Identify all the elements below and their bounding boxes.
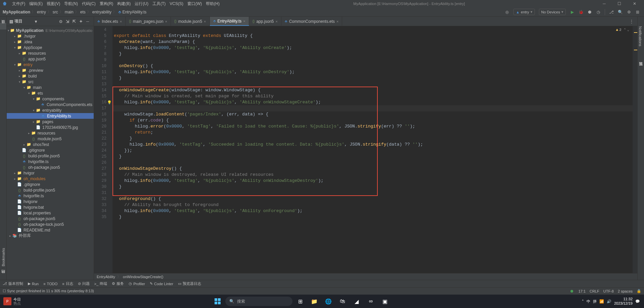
menu-item[interactable]: VCS(S) <box>168 1 185 6</box>
tree-item[interactable]: ⬘CommonComponents.ets <box>7 102 94 107</box>
bottom-tool-日志[interactable]: ≡日志 <box>62 281 73 286</box>
search-icon[interactable]: 🔍 <box>616 8 624 16</box>
debug-icon[interactable]: 🐞 <box>577 8 585 16</box>
edge-icon[interactable]: 🌐 <box>322 296 335 306</box>
close-tab-icon[interactable]: × <box>336 19 338 23</box>
tree-item[interactable]: {}oh-package-lock.json5 <box>7 221 94 227</box>
breadcrumb-item[interactable]: src <box>53 10 58 14</box>
tree-item[interactable]: {}module.json5 <box>7 136 94 142</box>
wifi-icon[interactable]: 📶 <box>599 299 604 304</box>
expand-all-icon[interactable]: ⇲ <box>64 18 71 25</box>
breadcrumb-item[interactable]: ⬘ EntryAbility.ts <box>118 10 146 14</box>
struct-crumb-item[interactable]: onWindowStageCreate() <box>123 275 163 279</box>
editor-body[interactable]: 45678910111213141516💡1718192021222324252… <box>94 26 637 273</box>
menu-item[interactable]: 代码(C) <box>80 1 98 6</box>
menu-item[interactable]: 重构(R) <box>98 1 116 6</box>
tree-item[interactable]: ▸📁resources <box>7 130 94 136</box>
tree-item[interactable]: ▾📁main <box>7 85 94 90</box>
close-button[interactable]: ✕ <box>627 1 642 6</box>
run-icon[interactable]: ▶ <box>568 8 576 16</box>
menu-item[interactable]: 文件(F) <box>10 1 27 6</box>
close-tab-icon[interactable]: × <box>204 19 206 23</box>
terminal-icon[interactable]: ▣ <box>378 296 391 306</box>
breadcrumb-item[interactable]: ets <box>80 10 86 14</box>
bottom-tool-Profiler[interactable]: ◷Profiler <box>129 281 145 286</box>
tree-item[interactable]: 📄1702344909275.jpg <box>7 124 94 130</box>
bottom-tool-终端[interactable]: >_终端 <box>94 281 107 286</box>
bottom-tool-服务[interactable]: ⚙服务 <box>112 281 124 286</box>
run-config-selector[interactable]: ▲entry▾ <box>513 9 535 15</box>
indent[interactable]: 2 spaces <box>618 289 633 293</box>
menu-item[interactable]: 编辑(E) <box>27 1 45 6</box>
tree-item[interactable]: ⬘hvigorfile.ts <box>7 159 94 164</box>
tree-item[interactable]: 📄.gitignore <box>7 147 94 153</box>
editor-tab[interactable]: {}module.json5× <box>171 17 210 26</box>
tree-item[interactable]: ▸📁ohosTest <box>7 142 94 147</box>
tree-external-libs[interactable]: ▸📚外部库 <box>7 233 94 239</box>
tree-item[interactable]: 📄local.properties <box>7 210 94 216</box>
bottom-tool-TODO[interactable]: ≡TODO <box>43 282 57 286</box>
error-stripe[interactable] <box>633 26 637 273</box>
collapse-all-icon[interactable]: ⇱ <box>71 18 78 25</box>
breadcrumb-item[interactable]: main <box>65 10 74 14</box>
bookmarks-tool-tab[interactable]: Bookmarks <box>1 245 6 270</box>
weather-widget[interactable]: 今日 热点 <box>13 297 21 305</box>
close-tab-icon[interactable]: × <box>165 19 167 23</box>
ime-mode[interactable]: 拼 <box>593 299 597 304</box>
tree-item[interactable]: 📄READEME.md <box>7 227 94 233</box>
notifications-tool-tab[interactable]: Notifications <box>638 23 643 50</box>
tree-item[interactable]: {}app.json5 <box>7 56 94 62</box>
project-tool-tab[interactable]: 项目 <box>0 23 6 30</box>
tree-item[interactable]: ▾📁AppScope <box>7 45 94 50</box>
bottom-tool-问题[interactable]: ⊘问题 <box>78 281 90 286</box>
menu-item[interactable]: 工具(T) <box>150 1 168 6</box>
start-button[interactable] <box>211 296 224 306</box>
breadcrumb-item[interactable]: entry <box>37 10 46 14</box>
menu-item[interactable]: 运行(U) <box>133 1 150 6</box>
coverage-icon[interactable]: ⬢ <box>586 8 593 16</box>
encoding[interactable]: UTF-8 <box>603 289 614 293</box>
menu-item[interactable]: 构建(B) <box>115 1 133 6</box>
tree-item[interactable]: ▸📁.preview <box>7 67 94 73</box>
taskbar-search[interactable]: 🔍 搜索 <box>225 297 292 306</box>
tree-item[interactable]: ▾📁src <box>7 79 94 85</box>
app-icon-1[interactable]: ◢ <box>350 296 363 306</box>
tree-item[interactable]: ▾📁entry <box>7 62 94 67</box>
breadcrumb-item[interactable]: MyApplication <box>3 10 30 14</box>
tree-item[interactable]: ▸📁pages <box>7 119 94 124</box>
minimize-button[interactable]: ─ <box>597 1 612 6</box>
task-view-icon[interactable]: ⊞ <box>294 296 307 306</box>
editor-tab[interactable]: {}main_pages.json× <box>126 17 171 26</box>
device-selector[interactable]: No Devices▾ <box>539 9 566 15</box>
editor-tab[interactable]: ⬘Index.ets× <box>94 17 126 26</box>
tree-item[interactable]: ▸📁oh_modules <box>7 176 94 182</box>
settings-icon[interactable]: ⚙ <box>625 8 633 16</box>
panel-hide-icon[interactable]: ─ <box>84 18 91 25</box>
menu-item[interactable]: 导航(N) <box>62 1 80 6</box>
bottom-tool-Code Linter[interactable]: ✎Code Linter <box>150 281 173 286</box>
tray-chevron-icon[interactable]: ˄ <box>582 299 584 304</box>
menu-item[interactable]: 视图(V) <box>45 1 62 6</box>
bottom-tool-版本控制[interactable]: ⎇版本控制 <box>3 281 23 286</box>
tree-item[interactable]: ⬘hvigorfile.ts <box>7 193 94 199</box>
clock[interactable]: 11:32 2023/12/19 <box>614 297 633 306</box>
code-viewport[interactable]: export default class EntryAbility extend… <box>112 26 637 273</box>
notifications-icon[interactable]: ⊞ <box>634 8 641 16</box>
close-tab-icon[interactable]: × <box>243 19 245 23</box>
struct-crumb-item[interactable]: EntryAbility <box>97 275 115 279</box>
structure-tool-tab[interactable]: 结构 <box>0 273 6 280</box>
bottom-tool-Run[interactable]: ▶Run <box>28 281 39 286</box>
tree-item[interactable]: ▸📁.hvigor <box>7 33 94 39</box>
editor-tab[interactable]: ⬘CommonComponents.ets× <box>281 17 342 26</box>
profile-icon[interactable]: ◷ <box>595 8 602 16</box>
editor-tab[interactable]: {}app.json5× <box>249 17 281 26</box>
explorer-icon[interactable]: 📁 <box>308 296 321 306</box>
ime-indicator[interactable]: 中 <box>587 299 590 304</box>
editor-tab[interactable]: ⬘EntryAbility.ts× <box>210 17 249 26</box>
line-ending[interactable]: CRLF <box>590 289 599 293</box>
tree-item[interactable]: ▸📁hvigor <box>7 170 94 176</box>
tree-item[interactable]: ⬘EntryAbility.ts <box>7 113 94 119</box>
tree-item[interactable]: 📄hvigorw <box>7 199 94 204</box>
tree-item[interactable]: {}build-profile.json5 <box>7 153 94 159</box>
sync-icon[interactable]: ◎ <box>503 8 511 16</box>
